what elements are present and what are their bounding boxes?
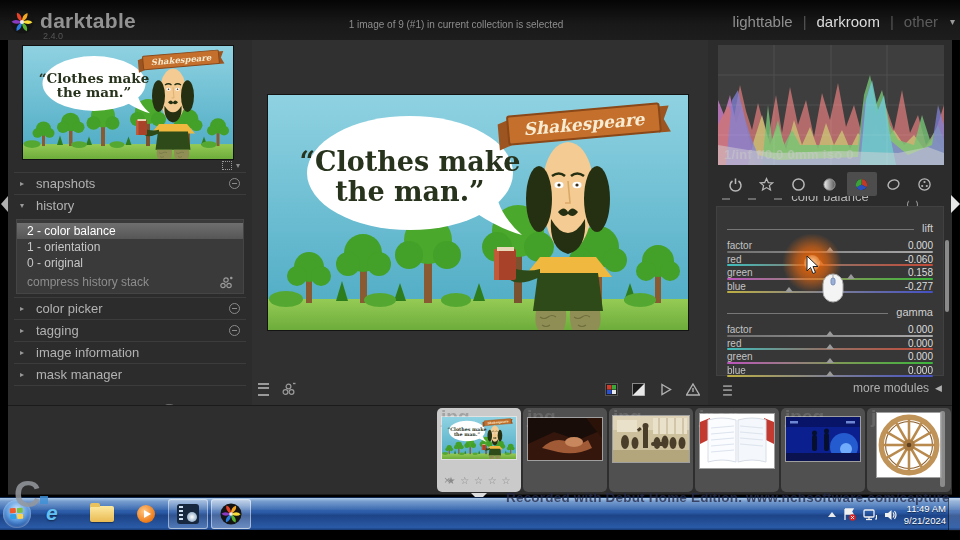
star-rating[interactable]: ★ ☆ ☆ ☆ ☆ <box>437 475 521 486</box>
raw-overexposed-icon[interactable] <box>659 383 672 396</box>
left-panel-collapse-handle[interactable] <box>1 196 8 212</box>
main-image-art <box>268 95 688 330</box>
debut-taskbar-button[interactable] <box>168 499 208 529</box>
slider-label: factor <box>727 324 752 335</box>
presets-icon[interactable] <box>229 303 240 314</box>
module-snapshots[interactable]: ▸ snapshots <box>14 172 246 194</box>
presets-icon[interactable] <box>229 178 240 189</box>
module-group-tabs <box>714 171 946 197</box>
recorder-logo-letter: C <box>14 474 41 515</box>
display-profile-icon[interactable] <box>281 382 296 396</box>
right-panel-collapse-handle[interactable] <box>951 195 960 213</box>
section-rule <box>727 313 888 314</box>
slider-handle[interactable] <box>826 331 834 336</box>
slider-value: -0.277 <box>905 281 933 292</box>
slider-handle[interactable] <box>847 274 855 279</box>
recorder-logo-dot <box>40 496 48 504</box>
chevron-down-icon: ▾ <box>20 201 28 210</box>
slider-lift-red[interactable]: red -0.060 <box>727 254 933 268</box>
history-item-selected[interactable]: 2 - color balance <box>17 223 243 239</box>
module-color-picker[interactable]: ▸ color picker <box>14 297 246 319</box>
right-panel: 1/inf f/0.0 0mm iso 0 <box>708 40 952 405</box>
enabled-modules-icon[interactable] <box>720 172 750 196</box>
history-item[interactable]: 1 - orientation <box>17 239 243 255</box>
slider-gamma-blue[interactable]: blue 0.000 <box>727 365 933 379</box>
nav-zoom-controls[interactable]: ▾ <box>222 161 240 170</box>
slider-handle[interactable] <box>826 344 834 349</box>
gamut-check-icon[interactable] <box>605 383 618 396</box>
internet-explorer-icon[interactable]: e <box>46 501 58 525</box>
filmstrip-thumb-shakespeare[interactable]: jpg × ★ ☆ ☆ ☆ ☆ <box>437 408 521 492</box>
presets-icon[interactable] <box>229 325 240 336</box>
softproof-icon[interactable] <box>632 383 645 396</box>
slider-handle[interactable] <box>826 371 834 376</box>
chevron-right-icon: ▸ <box>20 348 28 357</box>
view-lighttable[interactable]: lighttable <box>733 13 793 30</box>
action-center-flag-icon[interactable] <box>843 508 856 521</box>
slider-gamma-factor[interactable]: factor 0.000 <box>727 324 933 338</box>
filmstrip-thumb-notebook[interactable]: jpeg <box>695 408 779 492</box>
history-stack: 2 - color balance 1 - orientation 0 - or… <box>16 219 244 294</box>
color-balance-header[interactable]: color balance <box>716 196 944 206</box>
slider-handle[interactable] <box>826 247 834 252</box>
correction-group-icon[interactable] <box>878 172 908 196</box>
tone-group-icon[interactable] <box>815 172 845 196</box>
darkroom-canvas[interactable] <box>252 40 708 405</box>
module-reset-icon[interactable] <box>907 199 918 206</box>
overexposed-warning-icon[interactable] <box>686 383 700 396</box>
module-label: snapshots <box>36 176 221 191</box>
module-history[interactable]: ▾ history <box>14 194 246 216</box>
module-scrollbar[interactable] <box>945 240 949 312</box>
recorder-logo: C <box>14 474 41 516</box>
favorites-group-icon[interactable] <box>752 172 782 196</box>
module-label: color picker <box>36 301 221 316</box>
clock-date: 9/21/2024 <box>904 515 946 527</box>
module-label: image information <box>36 345 240 360</box>
filmstrip-thumb-vintage-scene[interactable]: jpg <box>609 408 693 492</box>
effects-group-icon[interactable] <box>910 172 940 196</box>
filmstrip-thumb-wheel[interactable]: jpeg <box>867 408 951 492</box>
slider-lift-factor[interactable]: factor 0.000 <box>727 240 933 254</box>
slider-handle[interactable] <box>826 358 834 363</box>
taskbar-clock[interactable]: 11:49 AM 9/21/2024 <box>904 503 946 527</box>
histogram[interactable]: 1/inf f/0.0 0mm iso 0 <box>718 45 944 165</box>
filmstrip-thumb-dark-scene[interactable]: jpg <box>523 408 607 492</box>
color-group-icon[interactable] <box>847 172 877 196</box>
volume-icon[interactable] <box>884 509 897 521</box>
presets-menu-icon[interactable] <box>258 383 269 396</box>
basic-group-icon[interactable] <box>783 172 813 196</box>
navigation-thumbnail[interactable] <box>22 45 234 160</box>
slider-label: blue <box>727 365 746 376</box>
zoom-fit-icon[interactable] <box>222 161 232 170</box>
filmstrip-scrollbar[interactable] <box>940 411 945 487</box>
chevron-right-icon: ▸ <box>20 370 28 379</box>
slider-label: green <box>727 351 753 362</box>
explorer-folder-icon[interactable] <box>90 506 114 522</box>
create-style-icon[interactable] <box>219 276 233 289</box>
slider-gamma-green[interactable]: green 0.000 <box>727 351 933 365</box>
slider-handle[interactable] <box>785 287 793 292</box>
view-darkroom[interactable]: darkroom <box>817 13 880 30</box>
recorder-watermark: Recorded with Debut Home Edition. www.nc… <box>506 490 950 505</box>
module-image-information[interactable]: ▸ image information <box>14 341 246 363</box>
thumb-image <box>613 416 689 462</box>
media-player-icon[interactable] <box>137 505 155 523</box>
section-rule <box>727 229 914 230</box>
more-modules-button[interactable]: more modules ◀ <box>853 381 942 395</box>
main-image[interactable] <box>267 94 689 331</box>
network-icon[interactable] <box>863 509 877 521</box>
view-switcher: lighttable | darkroom | other <box>733 13 938 30</box>
slider-track[interactable] <box>727 264 933 266</box>
module-tagging[interactable]: ▸ tagging <box>14 319 246 341</box>
module-mask-manager[interactable]: ▸ mask manager <box>14 363 246 386</box>
history-item[interactable]: 0 - original <box>17 255 243 271</box>
compress-history-button[interactable]: compress history stack <box>27 275 219 289</box>
zoom-dropdown-icon[interactable]: ▾ <box>236 161 240 170</box>
slider-gamma-red[interactable]: red 0.000 <box>727 338 933 352</box>
presets-menu-icon[interactable] <box>723 385 732 395</box>
filmstrip-thumb-concert[interactable]: jpeg <box>781 408 865 492</box>
view-dropdown-icon[interactable]: ▾ <box>950 16 955 27</box>
tray-expand-icon[interactable] <box>828 512 836 517</box>
darktable-taskbar-button[interactable] <box>211 499 251 529</box>
view-other[interactable]: other <box>904 13 938 30</box>
